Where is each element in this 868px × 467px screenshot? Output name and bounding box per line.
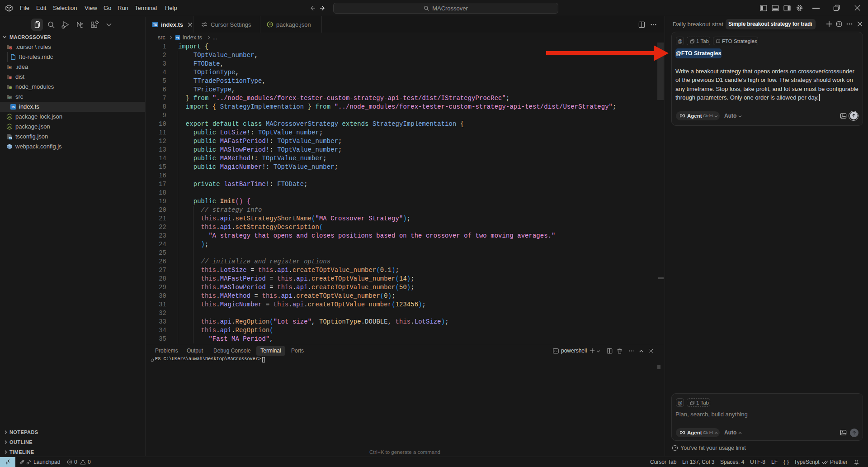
svg-text:TS: TS [176,37,179,39]
svg-text:JS: JS [8,125,11,128]
svg-text:TS: TS [11,105,15,109]
svg-text:TS: TS [9,137,12,139]
svg-text:TS: TS [153,23,157,26]
svg-text:JS: JS [8,115,11,118]
svg-text:JS: JS [269,23,272,26]
